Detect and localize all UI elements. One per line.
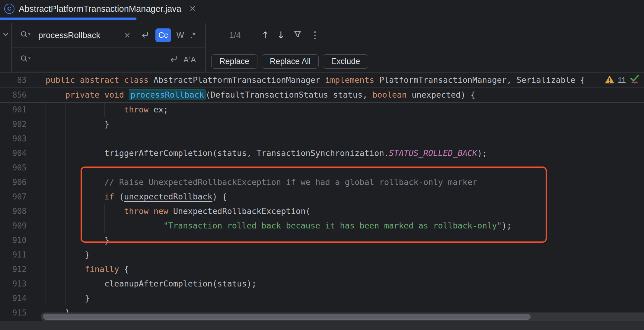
code-segment: boolean <box>372 90 407 99</box>
code-text: } <box>27 247 90 262</box>
line-number[interactable]: 83 <box>0 73 27 87</box>
code-line-913[interactable]: 913 cleanupAfterCompletion(status); <box>0 277 644 291</box>
code-segment: PlatformTransactionManager, Serializable… <box>379 75 585 85</box>
code-segment: cleanupAfterCompletion(status); <box>104 279 257 288</box>
active-tab-indicator <box>0 18 136 20</box>
search-navigation: ↑ ↓ ⋮ <box>261 23 320 47</box>
find-replace-panel: ✕ Cc W .* <box>0 20 644 73</box>
code-segment: public abstract class <box>46 75 154 85</box>
replace-actions: Replace Replace All Exclude <box>211 54 368 69</box>
code-line-911[interactable]: 911 } <box>0 247 644 262</box>
previous-occurrence-icon[interactable]: ↑ <box>261 31 269 40</box>
code-segment: triggerAfterCompletion(status, Transacti… <box>104 148 389 158</box>
code-text: public abstract class AbstractPlatformTr… <box>27 73 585 87</box>
exclude-button[interactable]: Exclude <box>323 54 368 69</box>
code-segment: STATUS_ROLLED_BACK <box>389 148 477 158</box>
horizontal-scrollbar-thumb[interactable] <box>43 314 531 320</box>
line-number[interactable]: 914 <box>0 291 27 306</box>
line-number[interactable]: 908 <box>0 204 27 218</box>
insert-newline-icon[interactable] <box>140 30 150 40</box>
code-text: triggerAfterCompletion(status, Transacti… <box>27 146 487 160</box>
match-case-toggle[interactable]: Cc <box>155 28 171 42</box>
code-line-914[interactable]: 914 } <box>0 291 644 306</box>
clear-search-icon[interactable]: ✕ <box>124 31 131 39</box>
line-number[interactable]: 902 <box>0 117 27 131</box>
java-class-icon: C <box>4 4 14 14</box>
inspections-ok-icon <box>629 74 640 86</box>
code-line-912[interactable]: 912 finally { <box>0 262 644 277</box>
code-segment: (DefaultTransactionStatus status, <box>206 90 372 99</box>
code-line-904[interactable]: 904 triggerAfterCompletion(status, Trans… <box>0 146 644 160</box>
preserve-case-toggle[interactable]: AʼA <box>183 55 196 64</box>
line-number[interactable]: 906 <box>0 175 27 189</box>
warning-count: 11 <box>618 76 626 85</box>
line-number[interactable]: 913 <box>0 277 27 291</box>
replace-history-icon[interactable] <box>20 55 32 64</box>
line-number[interactable]: 910 <box>0 233 27 247</box>
line-number[interactable]: 904 <box>0 146 27 160</box>
bottom-panel-strip <box>0 321 644 330</box>
horizontal-scrollbar-track[interactable] <box>41 312 644 321</box>
code-text <box>27 160 46 175</box>
indent-guide <box>104 102 105 117</box>
code-line-903[interactable]: 903 <box>0 131 644 146</box>
code-segment: ex; <box>148 105 168 114</box>
search-input[interactable] <box>38 31 115 40</box>
code-text: } <box>27 117 109 131</box>
code-text <box>27 131 46 146</box>
more-options-icon[interactable]: ⋮ <box>310 30 320 40</box>
code-segment: { <box>119 264 129 274</box>
line-number[interactable]: 909 <box>0 218 27 233</box>
indent-guide <box>46 102 46 306</box>
replace-all-button[interactable]: Replace All <box>262 54 319 69</box>
ide-window: C AbstractPlatformTransactionManager.jav… <box>0 0 644 330</box>
regex-toggle[interactable]: .* <box>190 31 196 40</box>
code-segment: AbstractPlatformTransactionManager <box>154 75 325 85</box>
code-line-902[interactable]: 902 } <box>0 117 644 131</box>
line-number[interactable]: 907 <box>0 189 27 204</box>
line-number[interactable]: 903 <box>0 131 27 146</box>
tab-close-icon[interactable]: ✕ <box>189 5 196 13</box>
code-segment: } <box>104 119 109 129</box>
sticky-lines: 83public abstract class AbstractPlatform… <box>0 73 644 103</box>
inspection-widget[interactable]: 11 <box>604 73 640 87</box>
search-row: ✕ Cc W .* <box>12 23 205 47</box>
code-text: } <box>27 291 90 306</box>
filter-icon[interactable] <box>293 30 302 40</box>
indent-guide <box>65 102 65 306</box>
line-number[interactable]: 901 <box>0 102 27 117</box>
collapse-panel-chevron-icon[interactable] <box>2 31 10 39</box>
code-line-901[interactable]: 901 throw ex; <box>0 102 644 117</box>
search-fields-container: ✕ Cc W .* <box>11 23 206 72</box>
next-occurrence-icon[interactable]: ↓ <box>277 31 285 40</box>
search-match-highlight: processRollback <box>129 89 206 100</box>
line-number[interactable]: 911 <box>0 247 27 262</box>
code-text: cleanupAfterCompletion(status); <box>27 277 257 291</box>
line-number[interactable]: 856 <box>0 88 27 102</box>
code-segment: private void <box>65 90 129 99</box>
insert-newline-icon[interactable] <box>169 54 179 65</box>
code-segment: ); <box>477 148 487 158</box>
tab-title: AbstractPlatformTransactionManager.java <box>19 4 181 14</box>
replace-row: AʼA <box>12 47 205 72</box>
search-history-icon[interactable] <box>20 31 32 40</box>
line-number[interactable]: 905 <box>0 160 27 175</box>
match-counter: 1/4 <box>229 23 241 47</box>
warning-icon <box>604 75 615 85</box>
whole-words-toggle[interactable]: W <box>177 31 184 40</box>
code-segment: throw <box>124 105 148 114</box>
line-number[interactable]: 912 <box>0 262 27 277</box>
code-text: private void processRollback(DefaultTran… <box>27 88 475 102</box>
code-segment: implements <box>325 75 379 85</box>
editor-tab-bar: C AbstractPlatformTransactionManager.jav… <box>0 0 644 20</box>
code-line-856[interactable]: 856 private void processRollback(Default… <box>0 88 644 102</box>
replace-button[interactable]: Replace <box>211 54 257 69</box>
replace-input[interactable] <box>38 55 115 64</box>
highlight-box <box>81 167 547 243</box>
line-number[interactable]: 915 <box>0 306 27 320</box>
code-segment: } <box>85 293 90 303</box>
code-line-83[interactable]: 83public abstract class AbstractPlatform… <box>0 73 644 88</box>
code-segment: unexpected) { <box>407 90 476 99</box>
tab-abstract-platform-transaction-manager[interactable]: C AbstractPlatformTransactionManager.jav… <box>0 0 201 18</box>
code-text: throw ex; <box>27 102 168 117</box>
